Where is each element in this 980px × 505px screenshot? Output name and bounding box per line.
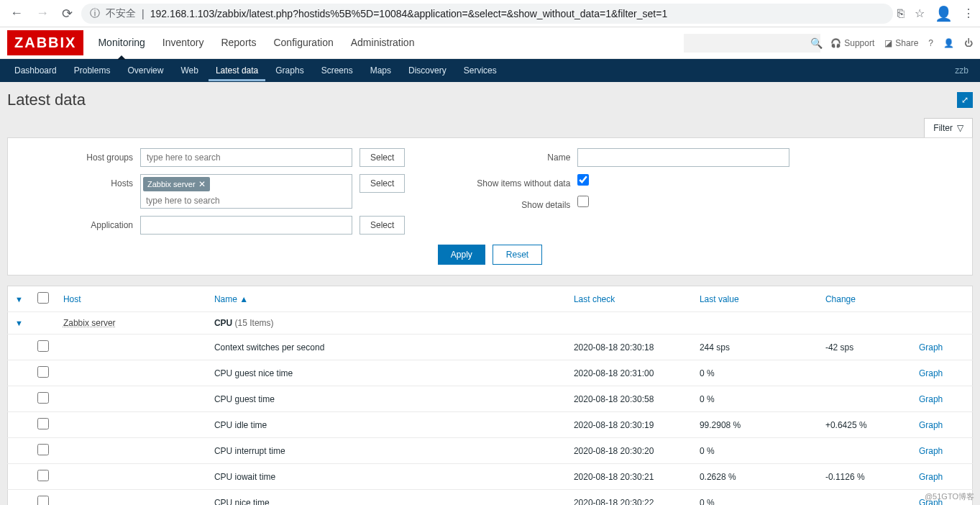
- show-without-data-checkbox[interactable]: [577, 174, 589, 186]
- address-bar[interactable]: ⓘ 不安全 | 192.168.1.103/zabbix/latest.php?…: [81, 4, 893, 24]
- apply-button[interactable]: Apply: [438, 245, 485, 265]
- back-icon[interactable]: ←: [6, 3, 27, 24]
- graph-link[interactable]: Graph: [919, 394, 943, 404]
- col-last-value[interactable]: Last value: [692, 286, 818, 312]
- host-token[interactable]: Zabbix server✕: [143, 177, 210, 191]
- share-link[interactable]: ◪ Share: [884, 38, 918, 48]
- item-change: -42 sps: [818, 335, 912, 360]
- menu-icon[interactable]: ⋮: [963, 6, 974, 20]
- insecure-label: 不安全: [106, 7, 136, 20]
- group-row: ▼ Zabbix server CPU (15 Items): [8, 312, 973, 335]
- table-row: CPU idle time 2020-08-18 20:30:19 99.290…: [8, 412, 973, 438]
- item-name: CPU guest nice time: [207, 360, 567, 386]
- forward-icon[interactable]: →: [32, 3, 53, 24]
- reset-button[interactable]: Reset: [493, 245, 542, 265]
- fullscreen-button[interactable]: ⤢: [957, 92, 973, 108]
- item-last-value: 0 %: [692, 438, 818, 464]
- host-groups-select[interactable]: Select: [360, 148, 405, 167]
- item-name: Context switches per second: [207, 335, 567, 360]
- table-row: CPU iowait time 2020-08-18 20:30:21 0.26…: [8, 464, 973, 490]
- user-label: zzb: [955, 65, 973, 76]
- group-host[interactable]: Zabbix server: [56, 312, 207, 335]
- col-name[interactable]: Name ▲: [207, 286, 567, 312]
- table-row: Context switches per second 2020-08-18 2…: [8, 335, 973, 360]
- row-checkbox[interactable]: [37, 444, 49, 455]
- collapse-group-icon[interactable]: ▼: [15, 319, 23, 327]
- row-checkbox[interactable]: [37, 366, 49, 378]
- item-last-value: 0 %: [692, 360, 818, 386]
- collapse-all-icon[interactable]: ▼: [15, 295, 23, 304]
- zabbix-logo[interactable]: ZABBIX: [7, 30, 83, 55]
- nav-configuration[interactable]: Configuration: [273, 37, 333, 50]
- subnav-maps[interactable]: Maps: [363, 60, 398, 81]
- subnav-services[interactable]: Services: [457, 60, 504, 81]
- nav-monitoring[interactable]: Monitoring: [98, 37, 145, 50]
- row-checkbox[interactable]: [37, 496, 49, 505]
- item-change: [818, 490, 912, 506]
- name-input[interactable]: [577, 148, 789, 167]
- support-link[interactable]: 🎧 Support: [830, 38, 874, 48]
- hosts-select[interactable]: Select: [360, 174, 405, 193]
- show-details-checkbox[interactable]: [577, 196, 589, 207]
- subnav-latest-data[interactable]: Latest data: [209, 60, 265, 81]
- global-search[interactable]: 🔍: [684, 34, 820, 53]
- subnav-web[interactable]: Web: [173, 60, 205, 81]
- search-icon[interactable]: 🔍: [810, 37, 823, 49]
- host-groups-input[interactable]: [140, 148, 352, 167]
- translate-icon[interactable]: ⎘: [897, 7, 905, 20]
- subnav-dashboard[interactable]: Dashboard: [7, 60, 64, 81]
- item-change: +0.6425 %: [818, 412, 912, 438]
- item-last-value: 99.2908 %: [692, 412, 818, 438]
- top-bar: ZABBIX Monitoring Inventory Reports Conf…: [0, 27, 980, 59]
- application-input[interactable]: [140, 216, 352, 235]
- show-details-label: Show details: [448, 196, 570, 210]
- item-name: CPU nice time: [207, 490, 567, 506]
- filter-toggle[interactable]: Filter ▽: [924, 118, 973, 137]
- subnav-screens[interactable]: Screens: [314, 60, 360, 81]
- row-checkbox[interactable]: [37, 470, 49, 481]
- user-icon[interactable]: 👤: [943, 38, 954, 48]
- subnav-overview[interactable]: Overview: [120, 60, 170, 81]
- graph-link[interactable]: Graph: [919, 368, 943, 378]
- hosts-input[interactable]: Zabbix server✕: [140, 174, 352, 209]
- help-icon[interactable]: ?: [928, 38, 933, 48]
- search-input[interactable]: [690, 37, 810, 48]
- subnav-discovery[interactable]: Discovery: [401, 60, 454, 81]
- item-name: CPU interrupt time: [207, 438, 567, 464]
- table-row: CPU guest nice time 2020-08-18 20:31:00 …: [8, 360, 973, 386]
- subnav-graphs[interactable]: Graphs: [268, 60, 311, 81]
- graph-link[interactable]: Graph: [919, 342, 943, 352]
- subnav-problems[interactable]: Problems: [67, 60, 118, 81]
- item-last-check: 2020-08-18 20:30:58: [567, 386, 692, 412]
- remove-token-icon[interactable]: ✕: [198, 179, 206, 189]
- row-checkbox[interactable]: [37, 418, 49, 429]
- nav-reports[interactable]: Reports: [221, 37, 256, 50]
- hosts-label: Hosts: [25, 174, 133, 188]
- row-checkbox[interactable]: [37, 392, 49, 404]
- host-groups-label: Host groups: [25, 148, 133, 163]
- nav-inventory[interactable]: Inventory: [162, 37, 204, 50]
- item-change: [818, 386, 912, 412]
- nav-administration[interactable]: Administration: [351, 37, 415, 50]
- star-icon[interactable]: ☆: [915, 6, 925, 20]
- col-change[interactable]: Change: [818, 286, 912, 312]
- row-checkbox[interactable]: [37, 340, 49, 352]
- profile-icon[interactable]: 👤: [935, 5, 953, 22]
- reload-icon[interactable]: ⟳: [58, 3, 77, 24]
- item-last-check: 2020-08-18 20:30:22: [567, 490, 692, 506]
- graph-link[interactable]: Graph: [919, 472, 943, 482]
- select-all-checkbox[interactable]: [37, 292, 49, 304]
- application-select[interactable]: Select: [360, 216, 405, 235]
- filter-icon: ▽: [957, 123, 963, 133]
- col-host[interactable]: Host: [56, 286, 207, 312]
- power-icon[interactable]: ⏻: [964, 38, 973, 48]
- latest-data-table: ▼ Host Name ▲ Last check Last value Chan…: [7, 286, 973, 505]
- item-name: CPU idle time: [207, 412, 567, 438]
- sort-asc-icon: ▲: [239, 294, 248, 304]
- table-row: CPU nice time 2020-08-18 20:30:22 0 % Gr…: [8, 490, 973, 506]
- graph-link[interactable]: Graph: [919, 446, 943, 456]
- graph-link[interactable]: Graph: [919, 420, 943, 430]
- item-last-check: 2020-08-18 20:30:21: [567, 464, 692, 490]
- col-last-check[interactable]: Last check: [567, 286, 692, 312]
- main-nav: Monitoring Inventory Reports Configurati…: [98, 37, 414, 50]
